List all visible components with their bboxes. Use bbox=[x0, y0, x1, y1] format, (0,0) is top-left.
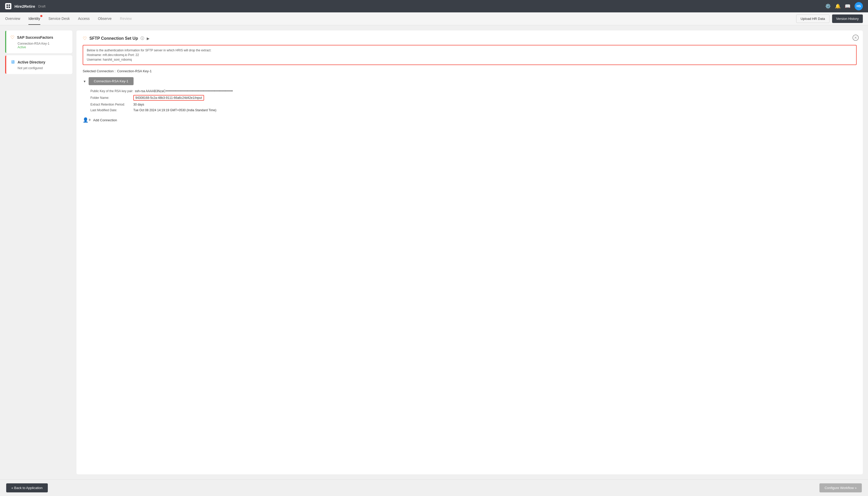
back-to-application-button[interactable]: « Back to Application bbox=[6, 483, 48, 492]
sidebar-card-sap-header: ♡ SAP SuccessFactors bbox=[10, 35, 68, 40]
info-line1: Below is the authentication information … bbox=[87, 48, 853, 53]
selected-connection-value: Connection-RSA Key-1 bbox=[117, 69, 152, 73]
main-content: ♡ SAP SuccessFactors Connection-RSA Key-… bbox=[0, 25, 868, 480]
info-icon-1[interactable]: ⓘ bbox=[140, 36, 144, 41]
upload-hr-data-button[interactable]: Upload HR Data bbox=[796, 14, 829, 23]
sidebar-card-sap[interactable]: ♡ SAP SuccessFactors Connection-RSA Key-… bbox=[5, 30, 72, 53]
sap-title: SAP SuccessFactors bbox=[17, 35, 53, 40]
panel-header: ♡ SFTP Connection Set Up ⓘ ▶ bbox=[83, 36, 857, 41]
svg-rect-2 bbox=[6, 6, 8, 8]
svg-rect-3 bbox=[9, 6, 10, 8]
sidebar-card-ad[interactable]: 🖥 Active Directory Not yet configured bbox=[5, 55, 72, 74]
identity-badge bbox=[40, 15, 42, 17]
close-button[interactable]: ✕ bbox=[853, 35, 859, 41]
avatar[interactable]: HS bbox=[855, 2, 863, 10]
app-title: Hire2Retire bbox=[14, 4, 35, 9]
sap-icon: ♡ bbox=[10, 35, 14, 40]
panel-title-icon: ♡ bbox=[83, 36, 87, 41]
tab-observe[interactable]: Observe bbox=[98, 13, 111, 25]
folder-name-label: Folder Name: bbox=[90, 96, 132, 99]
info-line2: Hostname: mft.dev.robomq.io Port: 22 bbox=[87, 53, 853, 57]
book-icon[interactable]: 📖 bbox=[845, 3, 850, 9]
nav-actions: Upload HR Data Version History bbox=[796, 14, 863, 23]
retention-label: Extract Retention Period: bbox=[90, 103, 132, 106]
ad-status: Not yet configured bbox=[10, 66, 68, 70]
secondary-nav: Overview Identity Service Desk Access Ob… bbox=[0, 12, 868, 25]
sap-status: Active bbox=[10, 45, 68, 49]
retention-row: Extract Retention Period: 30 days bbox=[90, 103, 857, 106]
public-key-label: Public Key of the RSA key pair: bbox=[90, 89, 133, 93]
selected-connection-label: Selected Connection : bbox=[83, 69, 116, 73]
svg-rect-1 bbox=[9, 4, 10, 6]
app-icon bbox=[5, 3, 11, 9]
connection-dropdown: ▾ Connection-RSA Key-1 bbox=[83, 77, 857, 85]
footer: « Back to Application Configure Workflow… bbox=[0, 480, 868, 496]
add-connection-icon: 👤+ bbox=[83, 117, 91, 123]
bell-icon[interactable]: 🔔 bbox=[835, 3, 841, 9]
tab-identity[interactable]: Identity bbox=[28, 13, 40, 25]
settings-icon[interactable]: ⚙️ bbox=[825, 3, 831, 9]
modified-row: Last Modified Date: Tue Oct 08 2024 14:1… bbox=[90, 108, 857, 112]
sidebar-card-ad-header: 🖥 Active Directory bbox=[10, 59, 68, 65]
panel-title: SFTP Connection Set Up bbox=[89, 36, 138, 41]
public-key-row: Public Key of the RSA key pair: ssh-rsa … bbox=[90, 89, 857, 93]
tab-review: Review bbox=[120, 13, 132, 25]
folder-name-value: 94308168-5c2a-48b3-9111-66a6c24d42e1/inp… bbox=[133, 95, 204, 100]
chevron-button[interactable]: ▾ bbox=[83, 78, 87, 84]
tab-service-desk[interactable]: Service Desk bbox=[48, 13, 70, 25]
modified-label: Last Modified Date: bbox=[90, 108, 132, 112]
info-line3: Username: harshit_soni_robomq bbox=[87, 57, 853, 62]
svg-rect-0 bbox=[6, 4, 8, 6]
info-icon-2[interactable]: ▶ bbox=[147, 36, 150, 41]
tab-access[interactable]: Access bbox=[78, 13, 90, 25]
folder-name-row: Folder Name: 94308168-5c2a-48b3-9111-66a… bbox=[90, 95, 857, 100]
configure-workflow-button[interactable]: Configure Workflow » bbox=[820, 483, 862, 492]
connection-details: Public Key of the RSA key pair: ssh-rsa … bbox=[90, 89, 857, 112]
top-bar-right: ⚙️ 🔔 📖 HS bbox=[825, 2, 863, 10]
tab-overview[interactable]: Overview bbox=[5, 13, 20, 25]
connection-name-button[interactable]: Connection-RSA Key-1 bbox=[89, 77, 134, 85]
retention-value: 30 days bbox=[133, 103, 144, 106]
sap-connection: Connection-RSA Key-1 bbox=[10, 42, 68, 45]
sidebar: ♡ SAP SuccessFactors Connection-RSA Key-… bbox=[5, 30, 72, 474]
sftp-info-box: Below is the authentication information … bbox=[83, 45, 857, 65]
top-bar: Hire2Retire Draft ⚙️ 🔔 📖 HS bbox=[0, 0, 868, 12]
nav-tabs: Overview Identity Service Desk Access Ob… bbox=[5, 13, 796, 25]
version-history-button[interactable]: Version History bbox=[832, 14, 863, 23]
add-connection-label: Add Connection bbox=[93, 118, 117, 122]
modified-value: Tue Oct 08 2024 14:19:19 GMT+0530 (India… bbox=[133, 108, 216, 112]
top-bar-left: Hire2Retire Draft bbox=[5, 3, 45, 9]
app-draft: Draft bbox=[38, 4, 45, 8]
ad-title: Active Directory bbox=[18, 60, 45, 64]
public-key-value: ssh-rsa AAAAB3NzaC••••••••••••••••••••••… bbox=[135, 89, 233, 93]
add-connection[interactable]: 👤+ Add Connection bbox=[83, 117, 857, 123]
ad-icon: 🖥 bbox=[10, 59, 15, 65]
selected-connection-row: Selected Connection : Connection-RSA Key… bbox=[83, 69, 857, 73]
sftp-panel: ✕ ♡ SFTP Connection Set Up ⓘ ▶ Below is … bbox=[76, 30, 863, 474]
